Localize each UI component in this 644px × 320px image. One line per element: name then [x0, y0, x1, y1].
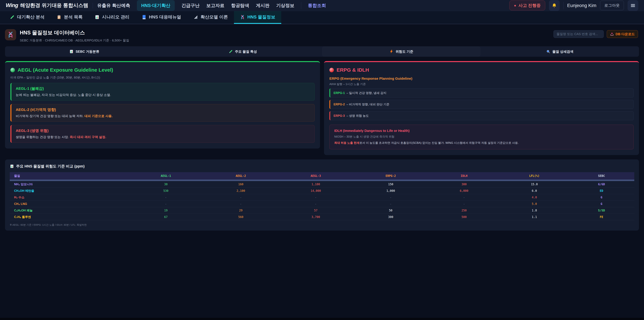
value-cell: 250	[428, 207, 500, 214]
value-cell: 300	[353, 214, 428, 220]
incident-status-badge: ● 사고 진행중	[509, 1, 545, 11]
substance-row: C₆H₅OH 페놀192957502501.8S/SD	[10, 207, 634, 214]
page-header: HNS 물질정보 데이터베이스 SEBC 거동분류 · CHRIS/CAMEO …	[0, 24, 644, 46]
idlh-box: IDLH (Immediately Dangerous to Life or H…	[330, 125, 634, 149]
book-icon	[142, 15, 146, 20]
table-title: 주요 HNS 물질별 위험도 기준 비교 (ppm)	[10, 164, 634, 169]
subtab-dispersion-analysis[interactable]: 대기확산 분석	[4, 11, 50, 24]
value-cell: 19	[128, 207, 204, 214]
pencil-icon	[10, 15, 15, 20]
value-cell: 1,100	[278, 181, 353, 188]
aegl-level-3-desc: 생명을 위협하는 건강 영향 또는 사망. 즉시 대피·격리 구역 설정.	[16, 135, 310, 139]
table-footnote: ※ AEGL: 60분 기준 / ERPG: 1시간 노출 / IDLH: 30…	[10, 223, 634, 226]
magnifier-icon	[546, 49, 550, 54]
value-cell: 4.0	[500, 194, 569, 201]
menu-button[interactable]	[628, 0, 638, 11]
subtab-analysis-list[interactable]: 분석 목록	[50, 11, 88, 24]
tab-key-substance-properties[interactable]: 주요 물질 특성	[164, 46, 322, 57]
tab-label: 물질 상세검색	[552, 49, 574, 54]
value-cell: -	[353, 201, 428, 207]
nav-item-emergency-rescue[interactable]: 긴급구난	[182, 3, 200, 9]
pencil-icon	[228, 49, 233, 54]
divider	[563, 2, 564, 9]
chart-icon	[10, 164, 14, 168]
value-cell: 1.8	[500, 207, 569, 214]
dna-icon	[240, 15, 245, 20]
chart-icon	[69, 49, 74, 54]
bottom-strip	[0, 318, 644, 320]
value-cell: -	[203, 201, 278, 207]
nav-item-board[interactable]: 게시판	[256, 3, 270, 9]
value-cell: 29	[203, 207, 278, 214]
table-horizontal-scrollbar[interactable]	[10, 180, 634, 181]
idlh-title: IDLH (Immediately Dangerous to Life or H…	[334, 129, 629, 133]
topnav-right: ● 사고 진행중 Eunjeong Kim 로그아웃	[509, 0, 638, 11]
nav-item-hns-dispersion[interactable]: HNS·대기확산	[137, 0, 175, 11]
subtab-label: 확산모델 이론	[200, 14, 228, 20]
nav-item-integrated-search[interactable]: 통합조회	[308, 3, 326, 9]
green-dot-icon	[10, 68, 15, 72]
value-cell: -	[428, 201, 500, 207]
substance-row: NH₃ 암모니아301601,10015030015.0G/GD	[10, 181, 634, 188]
erpg-heading: ERPG (Emergency Response Planning Guidel…	[330, 77, 634, 81]
subtab-dispersion-model-theory[interactable]: 확산모델 이론	[187, 11, 234, 24]
erpg-2-chip: ERPG-2 – 비가역적 영향, 대피 판단 기준	[330, 100, 634, 109]
hns-table-head-row: 물질AEGL-1AEGL-2AEGL-3ERPG-2IDLHLFL(%)SEBC	[10, 172, 634, 180]
aegl-panel-subtitle: 미국 EPA – 일반인 급성 노출 기준 (10분, 30분, 60분, 4시…	[10, 76, 314, 80]
value-cell: 5.0	[500, 201, 569, 207]
value-cell: 6,000	[428, 188, 500, 194]
bell-icon	[552, 3, 557, 8]
column-header: SEBC	[569, 172, 634, 180]
logout-button[interactable]: 로그아웃	[600, 1, 624, 10]
clipboard-icon	[56, 15, 62, 20]
notifications-button[interactable]	[549, 0, 560, 11]
erpg-2-desc: – 비가역적 영향, 대피 판단 기준	[346, 102, 390, 106]
erpg-subtitle: AIHA 발행 – 1시간 노출 기준	[330, 82, 634, 86]
idlh-note: 최대 허용 노출 한계로서 이 농도를 초과하면 자급식 호흡장치(SCBA) …	[334, 141, 629, 145]
tab-sebc-classification[interactable]: SEBC 거동분류	[5, 46, 164, 57]
main-nav: 유출유 확산예측 HNS·대기확산 긴급구난 보고자료 항공탐색 게시판 기상정…	[97, 0, 326, 11]
lightning-icon	[389, 49, 394, 54]
value-cell: -	[353, 194, 428, 201]
nav-item-oil-spill-forecast[interactable]: 유출유 확산예측	[97, 3, 130, 9]
tab-label: 위험도 기준	[396, 49, 414, 54]
aegl-level-2-name: AEGL-2 (비가역적 영향)	[16, 107, 310, 112]
page-header-text: HNS 물질정보 데이터베이스 SEBC 거동분류 · CHRIS/CAMEO …	[20, 29, 129, 43]
subtab-scenario-management[interactable]: 시나리오 관리	[88, 11, 135, 24]
substance-name-cell: CH₄ LNG	[10, 201, 128, 207]
subtab-label: 대기확산 분석	[17, 14, 44, 20]
value-cell: 150	[353, 181, 428, 188]
substance-name-cell: C₆H₅OH 페놀	[10, 207, 128, 214]
page-title: HNS 물질정보 데이터베이스	[20, 29, 129, 36]
column-header: AEGL-3	[278, 172, 353, 180]
column-header: ERPG-2	[353, 172, 428, 180]
page-header-actions: DB 다운로드	[554, 30, 638, 38]
ruler-icon	[193, 15, 198, 20]
subtab-hns-response-manual[interactable]: HNS 대응매뉴얼	[136, 11, 187, 24]
substance-row: C₇H₈ 톨루엔675603,7003005001.1FE	[10, 214, 634, 220]
substance-row: CH₄ LNG-----5.0G	[10, 201, 634, 207]
aegl-panel-title: AEGL (Acute Exposure Guideline Level)	[10, 67, 314, 73]
value-cell: G	[569, 201, 634, 207]
value-cell: 6.0	[500, 188, 569, 194]
subtab-hns-substance-info[interactable]: HNS 물질정보	[234, 11, 281, 24]
aegl-panel: AEGL (Acute Exposure Guideline Level) 미국…	[5, 61, 320, 149]
value-cell: 500	[428, 214, 500, 220]
nav-item-reports[interactable]: 보고자료	[206, 3, 224, 9]
value-cell: 30	[128, 181, 204, 188]
user-name: Eunjeong Kim	[567, 3, 596, 8]
criteria-panels: AEGL (Acute Exposure Guideline Level) 미국…	[5, 61, 639, 155]
db-download-button[interactable]: DB 다운로드	[607, 30, 638, 38]
value-cell: G	[569, 194, 634, 201]
nav-item-weather[interactable]: 기상정보	[276, 3, 294, 9]
erpg-1-desc: – 일시적 건강 영향, 냄새 감지	[346, 91, 386, 95]
app-brand[interactable]: Wing 해양환경 위기대응 통합시스템	[6, 2, 88, 9]
aegl-level-3-card: AEGL-3 (생명 위협) 생명을 위협하는 건강 영향 또는 사망. 즉시 …	[10, 125, 314, 143]
tab-substance-detail-search[interactable]: 물질 상세검색	[480, 46, 639, 57]
value-cell: G/GD	[569, 181, 634, 188]
substance-search-input[interactable]	[554, 30, 604, 38]
aegl-level-1-name: AEGL-1 (불쾌감)	[16, 86, 310, 91]
tab-hazard-criteria[interactable]: 위험도 기준	[322, 46, 480, 57]
erpg-title-text: ERPG & IDLH	[336, 67, 369, 73]
nav-item-aerial-search[interactable]: 항공탐색	[231, 3, 249, 9]
